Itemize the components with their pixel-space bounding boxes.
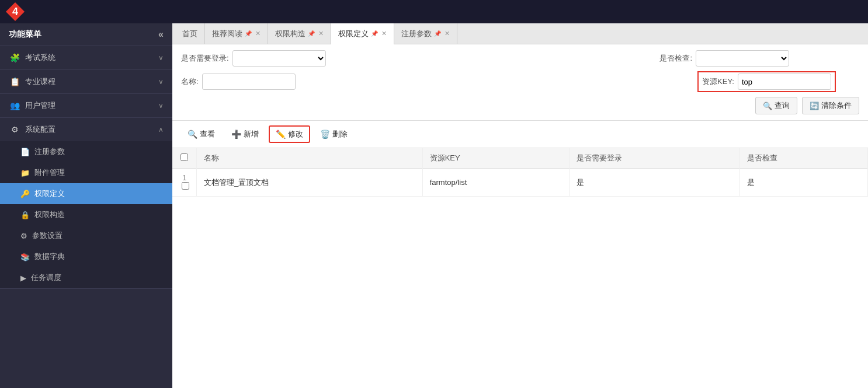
sidebar-group-courses: 📋 专业课程 ∨ — [0, 70, 172, 94]
name-label: 名称: — [181, 76, 199, 87]
tab-perm-def-close-icon[interactable]: ✕ — [381, 30, 387, 37]
form-group-login-required: 是否需要登录: 是 否 — [181, 50, 326, 67]
tab-perm-def-pin-icon: 📌 — [371, 30, 378, 37]
form-row-2: 名称: 资源KEY: — [181, 71, 859, 92]
delete-icon: 🗑️ — [320, 130, 330, 139]
sidebar-item-exam-label: 考试系统 — [25, 53, 55, 63]
tab-perm-build-close-icon[interactable]: ✕ — [318, 30, 324, 37]
users-icon: 👥 — [9, 100, 20, 111]
tab-perm-build-label: 权限构造 — [275, 29, 305, 39]
edit-icon: ✏️ — [276, 130, 286, 139]
login-required-select[interactable]: 是 否 — [232, 50, 326, 67]
sidebar-item-users[interactable]: 👥 用户管理 ∨ — [0, 94, 172, 117]
table-body: 1 文档管理_置顶文档 farmtop/list 是 是 — [172, 169, 868, 197]
add-button[interactable]: ➕ 新增 — [225, 126, 265, 142]
courses-expand-icon: ∨ — [158, 78, 164, 86]
table-header-checkbox — [172, 148, 197, 169]
form-group-name: 名称: — [181, 74, 296, 90]
sidebar-submenu-sysconfig: 📄 注册参数 📁 附件管理 🔑 权限定义 🔒 权限构造 ⚙ 参数设置 — [0, 141, 172, 288]
clear-label: 清除条件 — [821, 100, 852, 111]
query-button[interactable]: 🔍 查询 — [755, 97, 797, 114]
name-input[interactable] — [202, 74, 296, 90]
sidebar-collapse-icon[interactable]: « — [158, 29, 164, 40]
tab-perm-def[interactable]: 权限定义 📌 ✕ — [331, 23, 394, 44]
sidebar-submenu-data-dict[interactable]: 📚 数据字典 — [0, 246, 172, 267]
permission-def-label: 权限定义 — [34, 188, 65, 199]
view-button[interactable]: 🔍 查看 — [181, 126, 221, 142]
table-header: 名称 资源KEY 是否需要登录 是否检查 — [172, 148, 868, 169]
row-login-required: 是 — [570, 169, 740, 197]
edit-button[interactable]: ✏️ 修改 — [269, 125, 310, 143]
param-settings-label: 参数设置 — [32, 230, 63, 241]
row-number: 1 — [172, 169, 197, 197]
sidebar: 功能菜单 « 🧩 考试系统 ∨ 📋 专业课程 ∨ 👥 用户管理 ∨ — [0, 23, 172, 388]
param-settings-icon: ⚙ — [20, 232, 27, 240]
sysconfig-icon: ⚙ — [9, 124, 20, 135]
check-required-label: 是否检查: — [659, 53, 692, 64]
delete-label: 删除 — [332, 129, 348, 139]
view-icon: 🔍 — [188, 130, 197, 139]
users-expand-icon: ∨ — [158, 102, 164, 110]
table-col-login-required: 是否需要登录 — [570, 148, 740, 169]
sidebar-submenu-permission-def[interactable]: 🔑 权限定义 — [0, 183, 172, 204]
clear-button[interactable]: 🔄 清除条件 — [802, 97, 859, 114]
sidebar-item-sysconfig[interactable]: ⚙ 系统配置 ∧ — [0, 118, 172, 141]
delete-button[interactable]: 🗑️ 删除 — [314, 126, 354, 142]
top-bar: 4 — [0, 0, 868, 23]
edit-label: 修改 — [288, 129, 303, 139]
search-form: 是否需要登录: 是 否 是否检查: 是 否 — [172, 44, 868, 121]
tab-reg-params-label: 注册参数 — [401, 29, 432, 39]
register-params-icon: 📄 — [20, 148, 30, 156]
exam-expand-icon: ∨ — [158, 54, 164, 62]
sidebar-item-courses[interactable]: 📋 专业课程 ∨ — [0, 70, 172, 93]
tab-reg-params-close-icon[interactable]: ✕ — [445, 30, 450, 37]
view-label: 查看 — [200, 129, 215, 139]
table-col-check-required: 是否检查 — [740, 148, 868, 169]
sidebar-submenu-param-settings[interactable]: ⚙ 参数设置 — [0, 225, 172, 246]
add-icon: ➕ — [231, 130, 241, 139]
tab-recommend-close-icon[interactable]: ✕ — [255, 30, 261, 37]
clear-icon: 🔄 — [810, 102, 819, 110]
sidebar-submenu-permission-build[interactable]: 🔒 权限构造 — [0, 204, 172, 225]
sidebar-group-users: 👥 用户管理 ∨ — [0, 94, 172, 118]
row-num-text: 1 — [182, 173, 186, 182]
tab-perm-build[interactable]: 权限构造 📌 ✕ — [268, 23, 331, 44]
tab-recommend-pin-icon: 📌 — [245, 30, 252, 37]
row-checkbox[interactable] — [182, 182, 189, 190]
task-schedule-label: 任务调度 — [31, 272, 61, 283]
content-area: 首页 推荐阅读 📌 ✕ 权限构造 📌 ✕ 权限定义 📌 ✕ 注册参数 📌 ✕ — [172, 23, 868, 388]
sidebar-item-exam[interactable]: 🧩 考试系统 ∨ — [0, 46, 172, 69]
sysconfig-expand-icon: ∧ — [158, 125, 164, 134]
sidebar-submenu-register-params[interactable]: 📄 注册参数 — [0, 141, 172, 162]
tab-home-label: 首页 — [182, 29, 197, 39]
exam-icon: 🧩 — [9, 52, 20, 64]
courses-icon: 📋 — [9, 76, 20, 88]
toolbar: 🔍 查看 ➕ 新增 ✏️ 修改 🗑️ 删除 — [172, 121, 868, 148]
sidebar-header: 功能菜单 « — [0, 23, 172, 46]
query-label: 查询 — [775, 100, 790, 111]
attachment-icon: 📁 — [20, 169, 30, 177]
check-required-select[interactable]: 是 否 — [696, 50, 789, 67]
sidebar-item-users-label: 用户管理 — [25, 100, 55, 111]
table-col-resource-key: 资源KEY — [422, 148, 569, 169]
sidebar-submenu-attachment[interactable]: 📁 附件管理 — [0, 162, 172, 183]
add-label: 新增 — [244, 129, 259, 139]
tab-reg-params-pin-icon: 📌 — [434, 30, 441, 37]
tab-reg-params[interactable]: 注册参数 📌 ✕ — [394, 23, 457, 44]
tab-perm-build-pin-icon: 📌 — [308, 30, 315, 37]
main-layout: 功能菜单 « 🧩 考试系统 ∨ 📋 专业课程 ∨ 👥 用户管理 ∨ — [0, 23, 868, 388]
sidebar-group-sysconfig: ⚙ 系统配置 ∧ 📄 注册参数 📁 附件管理 🔑 权限定义 — [0, 118, 172, 289]
tab-home[interactable]: 首页 — [175, 23, 205, 44]
table-row: 1 文档管理_置顶文档 farmtop/list 是 是 — [172, 169, 868, 197]
sidebar-group-exam: 🧩 考试系统 ∨ — [0, 46, 172, 70]
app-logo: 4 — [6, 2, 25, 21]
task-schedule-icon: ▶ — [20, 274, 26, 282]
resource-key-input[interactable] — [738, 74, 831, 90]
table-col-name: 名称 — [197, 148, 423, 169]
data-table: 名称 资源KEY 是否需要登录 是否检查 1 文档管理_置顶文档 farmtop… — [172, 148, 868, 197]
tab-recommend[interactable]: 推荐阅读 📌 ✕ — [205, 23, 268, 44]
sidebar-title: 功能菜单 — [9, 29, 41, 40]
sidebar-submenu-task-schedule[interactable]: ▶ 任务调度 — [0, 267, 172, 288]
form-row-1: 是否需要登录: 是 否 是否检查: 是 否 — [181, 50, 859, 67]
select-all-checkbox[interactable] — [180, 153, 188, 161]
